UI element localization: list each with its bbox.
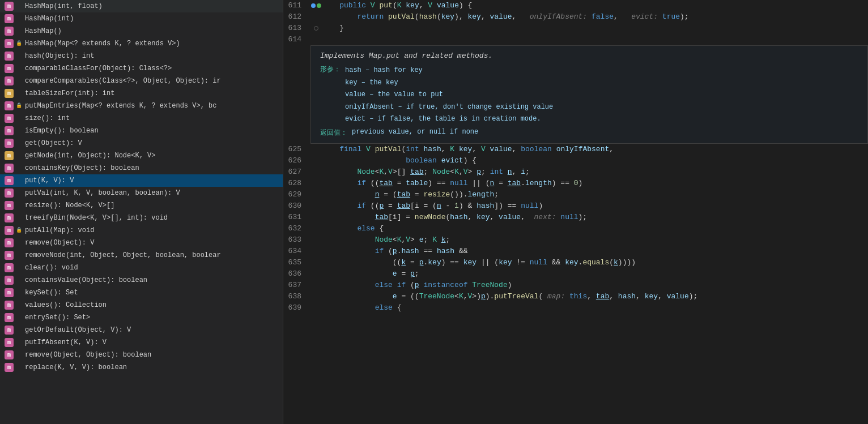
line-content-627: Node<K,V>[] tab; Node<K,V> p; int n, i; — [322, 166, 868, 178]
gutter-633[interactable] — [310, 234, 322, 246]
method-item-6[interactable]: mcompareComparables(Class<?>, Object, Ob… — [0, 75, 283, 87]
method-item-11[interactable]: mget(Object): V — [0, 137, 283, 149]
method-item-24[interactable]: mvalues(): Collection — [0, 299, 283, 311]
line-content-630: if ((p = tab[i = (n - 1) & hash]) == nul… — [322, 200, 868, 212]
line-num-639: 639 — [283, 302, 310, 314]
method-item-10[interactable]: misEmpty(): boolean — [0, 125, 283, 137]
gutter-632[interactable] — [310, 223, 322, 234]
method-item-19[interactable]: mremove(Object): V — [0, 237, 283, 249]
line-content-625: final V putVal(int hash, K key, V value,… — [322, 144, 868, 155]
method-item-21[interactable]: mclear(): void — [0, 262, 283, 274]
method-item-22[interactable]: mcontainsValue(Object): boolean — [0, 274, 283, 286]
method-spacer-12 — [16, 152, 23, 159]
method-item-5[interactable]: mcomparableClassFor(Object): Class<?> — [0, 62, 283, 75]
gutter-626[interactable] — [310, 155, 322, 166]
method-item-9[interactable]: msize(): int — [0, 112, 283, 125]
gutter-635[interactable] — [310, 257, 322, 268]
method-name-4: hash(Object): int — [25, 52, 94, 60]
method-item-29[interactable]: mreplace(K, V, V): boolean — [0, 361, 283, 374]
method-item-13[interactable]: mcontainsKey(Object): boolean — [0, 162, 283, 174]
method-name-21: clear(): void — [25, 264, 78, 272]
code-editor[interactable]: 611 public V put(K key, V value) { 612 r… — [283, 0, 868, 424]
method-spacer-19 — [16, 239, 23, 246]
gutter-611[interactable] — [310, 0, 322, 11]
method-spacer-21 — [16, 264, 23, 271]
code-line-628: 628 if ((tab = table) == null || (n = ta… — [283, 178, 868, 189]
method-spacer-25 — [16, 314, 23, 321]
method-item-4[interactable]: mhash(Object): int — [0, 50, 283, 62]
method-item-2[interactable]: mHashMap() — [0, 25, 283, 37]
method-name-16: resize(): Node<K, V>[] — [25, 202, 114, 209]
method-spacer-17 — [16, 215, 23, 221]
gutter-630[interactable] — [310, 200, 322, 212]
method-item-18[interactable]: m🔒putAll(Map): void — [0, 224, 283, 237]
method-item-3[interactable]: m🔒HashMap(Map<? extends K, ? extends V>) — [0, 37, 283, 50]
method-icon-19: m — [5, 238, 14, 247]
method-icon-25: m — [5, 313, 14, 322]
method-item-25[interactable]: mentrySet(): Set> — [0, 311, 283, 324]
gutter-614[interactable] — [310, 34, 322, 45]
gutter-631[interactable] — [310, 212, 322, 223]
gutter-627[interactable] — [310, 166, 322, 178]
gutter-613[interactable] — [310, 23, 322, 34]
method-icon-1: m — [5, 14, 14, 23]
doc-param-evict: evict – if false, the table is in creati… — [345, 113, 553, 126]
line-num-611: 611 — [283, 0, 310, 11]
method-spacer-2 — [16, 28, 23, 35]
method-name-5: comparableClassFor(Object): Class<?> — [25, 65, 172, 72]
gutter-637[interactable] — [310, 280, 322, 291]
code-line-638: 638 e = ((TreeNode<K,V>)p).putTreeVal( m… — [283, 291, 868, 302]
code-line-634: 634 if (p.hash == hash && — [283, 246, 868, 257]
method-item-14[interactable]: mput(K, V): V — [0, 174, 283, 187]
method-icon-26: m — [5, 326, 14, 335]
method-name-3: HashMap(Map<? extends K, ? extends V>) — [25, 40, 180, 48]
doc-param-label: 形参： — [320, 65, 341, 126]
gutter-612[interactable] — [310, 11, 322, 23]
doc-overlay: Implements Map.put and related methods. … — [310, 45, 868, 144]
gutter-639[interactable] — [310, 302, 322, 314]
method-item-28[interactable]: mremove(Object, Object): boolean — [0, 349, 283, 361]
method-item-26[interactable]: mgetOrDefault(Object, V): V — [0, 324, 283, 336]
method-name-2: HashMap() — [25, 27, 62, 35]
method-spacer-7 — [16, 90, 23, 97]
method-item-20[interactable]: mremoveNode(int, Object, Object, boolean… — [0, 249, 283, 262]
code-line-611: 611 public V put(K key, V value) { — [283, 0, 868, 11]
method-item-1[interactable]: mHashMap(int) — [0, 12, 283, 25]
gutter-638[interactable] — [310, 291, 322, 302]
method-icon-29: m — [5, 363, 14, 372]
method-name-1: HashMap(int) — [25, 15, 74, 23]
gutter-629[interactable] — [310, 189, 322, 200]
gutter-628[interactable] — [310, 178, 322, 189]
method-name-15: putVal(int, K, V, boolean, boolean): V — [25, 189, 180, 197]
method-item-7[interactable]: mtableSizeFor(int): int — [0, 87, 283, 100]
method-name-25: entrySet(): Set> — [25, 314, 90, 322]
method-item-8[interactable]: m🔒putMapEntries(Map<? extends K, ? exten… — [0, 100, 283, 112]
gutter-636[interactable] — [310, 268, 322, 280]
gutter-634[interactable] — [310, 246, 322, 257]
method-spacer-4 — [16, 53, 23, 59]
method-item-16[interactable]: mresize(): Node<K, V>[] — [0, 199, 283, 212]
code-line-613: 613 } — [283, 23, 868, 34]
code-line-629: 629 n = (tab = resize()).length; — [283, 189, 868, 200]
method-item-12[interactable]: mgetNode(int, Object): Node<K, V> — [0, 149, 283, 162]
method-name-11: get(Object): V — [25, 139, 82, 147]
method-item-0[interactable]: mHashMap(int, float) — [0, 0, 283, 12]
method-item-23[interactable]: mkeySet(): Set — [0, 286, 283, 299]
method-list[interactable]: mHashMap(int, float)mHashMap(int)mHashMa… — [0, 0, 283, 424]
method-icon-5: m — [5, 64, 14, 73]
gutter-625[interactable] — [310, 144, 322, 155]
line-num-638: 638 — [283, 291, 310, 302]
doc-param-onlyifabsent: onlyIfAbsent – if true, don't change exi… — [345, 101, 553, 114]
line-content-629: n = (tab = resize()).length; — [322, 189, 868, 200]
line-content-611: public V put(K key, V value) { — [322, 0, 868, 11]
method-item-17[interactable]: mtreeifyBin(Node<K, V>[], int): void — [0, 212, 283, 224]
code-line-637: 637 else if (p instanceof TreeNode) — [283, 280, 868, 291]
method-item-15[interactable]: mputVal(int, K, V, boolean, boolean): V — [0, 187, 283, 199]
line-num-627: 627 — [283, 166, 310, 178]
method-item-27[interactable]: mputIfAbsent(K, V): V — [0, 336, 283, 349]
method-spacer-23 — [16, 289, 23, 296]
line-content-612: return putVal(hash(key), key, value, onl… — [322, 11, 868, 23]
doc-param-value: value – the value to put — [345, 89, 553, 101]
method-spacer-20 — [16, 252, 23, 259]
doc-return-label: 返回值： — [320, 128, 347, 138]
